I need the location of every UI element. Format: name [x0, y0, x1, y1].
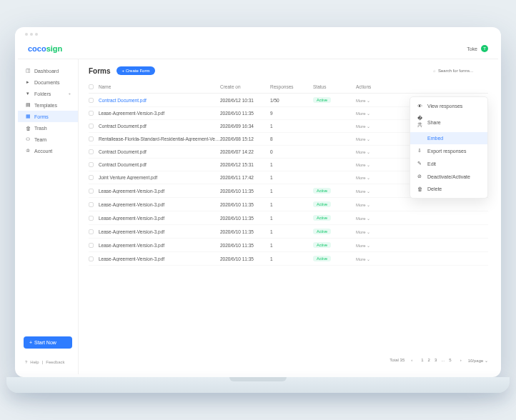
more-actions-button[interactable]: More ⌄ — [356, 202, 384, 207]
more-actions-button[interactable]: More ⌄ — [356, 243, 384, 248]
created-date: 2020/6/10 11:35 — [220, 229, 270, 234]
expand-icon[interactable]: + — [68, 91, 71, 96]
user-menu[interactable]: Toke T — [467, 45, 488, 52]
row-checkbox[interactable] — [89, 189, 94, 194]
dropdown-item-export-responses[interactable]: ⇩Export responses — [410, 144, 487, 157]
search-input[interactable] — [438, 69, 488, 73]
feedback-link[interactable]: Feedback — [46, 360, 64, 364]
browser-chrome — [18, 30, 498, 39]
created-date: 2020/6/09 16:34 — [220, 124, 270, 129]
created-date: 2020/6/10 11:35 — [220, 202, 270, 207]
form-name[interactable]: Lease-Agreement-Version-3.pdf — [99, 111, 220, 116]
form-name[interactable]: Lease-Agreement-Version-3.pdf — [99, 256, 220, 261]
next-page-button[interactable]: › — [458, 357, 464, 363]
dropdown-item-share[interactable]: �共Share — [410, 112, 487, 132]
row-checkbox[interactable] — [89, 256, 94, 261]
page-...[interactable]: ... — [439, 357, 447, 363]
more-actions-button[interactable]: More ⌄ — [356, 256, 384, 261]
table-row: Lease-Agreement-Version-3.pdf2020/6/10 1… — [89, 225, 488, 239]
more-actions-button[interactable]: More ⌄ — [356, 216, 384, 221]
sidebar-item-trash[interactable]: 🗑Trash — [18, 122, 78, 134]
prev-page-button[interactable]: ‹ — [409, 357, 415, 363]
sidebar-item-team[interactable]: ⚇Team — [18, 134, 78, 145]
created-date: 2020/6/10 11:35 — [220, 243, 270, 248]
more-actions-button[interactable]: More ⌄ — [356, 98, 384, 103]
dropdown-icon: ✎ — [417, 161, 423, 166]
row-checkbox[interactable] — [89, 149, 94, 154]
row-checkbox[interactable] — [89, 243, 94, 248]
created-date: 2020/6/12 10:31 — [220, 98, 270, 103]
row-checkbox[interactable] — [89, 136, 94, 141]
page-title: Forms — [89, 67, 111, 75]
more-actions-button[interactable]: More ⌄ — [356, 189, 384, 194]
form-name[interactable]: Contract Document.pdf — [99, 149, 220, 154]
response-count: 1 — [270, 175, 313, 180]
more-actions-button[interactable]: More ⌄ — [356, 162, 384, 167]
form-name[interactable]: Contract Document.pdf — [99, 124, 220, 129]
created-date: 2020/6/07 14:22 — [220, 149, 270, 154]
created-date: 2020/6/12 15:31 — [220, 162, 270, 167]
help-link[interactable]: Help — [30, 360, 39, 364]
form-name[interactable]: Contract Document.pdf — [99, 162, 220, 167]
start-now-button[interactable]: + Start Now — [24, 336, 72, 349]
sidebar-item-dashboard[interactable]: ◫Dashboard — [18, 65, 78, 76]
response-count: 0 — [270, 149, 313, 154]
sidebar-item-account[interactable]: ♔Account — [18, 145, 78, 156]
dropdown-icon: 🗑 — [417, 186, 423, 191]
dropdown-item-delete[interactable]: 🗑Delete — [410, 183, 487, 195]
row-checkbox[interactable] — [89, 175, 94, 180]
dropdown-item-view-responses[interactable]: 👁View responses — [410, 100, 487, 112]
select-all-checkbox[interactable] — [89, 84, 94, 89]
form-name[interactable]: Lease-Agreement-Version-3.pdf — [99, 216, 220, 221]
form-name[interactable]: Lease-Agreement-Version-3.pdf — [99, 229, 220, 234]
row-checkbox[interactable] — [89, 216, 94, 221]
nav-icon: ▤ — [25, 102, 31, 108]
search-box[interactable]: ⌕ — [433, 69, 488, 73]
page-3[interactable]: 3 — [432, 357, 439, 363]
row-checkbox[interactable] — [89, 98, 94, 103]
page-5[interactable]: 5 — [447, 357, 453, 363]
search-icon: ⌕ — [433, 69, 436, 73]
sidebar-item-folders[interactable]: ▾Folders+ — [18, 88, 78, 99]
more-actions-button[interactable]: More ⌄ — [356, 175, 384, 180]
row-checkbox[interactable] — [89, 124, 94, 129]
status-badge: Active — [313, 229, 331, 234]
form-name[interactable]: Contract Document.pdf — [99, 98, 220, 103]
sidebar-footer: ? Help | Feedback — [18, 356, 78, 369]
per-page-select[interactable]: 10/page ⌄ — [468, 358, 488, 363]
sidebar-item-templates[interactable]: ▤Templates — [18, 99, 78, 111]
form-name[interactable]: Lease-Agreement-Version-3.pdf — [99, 202, 220, 207]
dropdown-item-deactivate-activate[interactable]: ⊘Deactivate/Activate — [410, 170, 487, 183]
page-2[interactable]: 2 — [426, 357, 432, 363]
form-name[interactable]: Joint Venture Agreement.pdf — [99, 175, 220, 180]
more-actions-button[interactable]: More ⌄ — [356, 124, 384, 129]
status-cell: Active — [313, 215, 356, 221]
sidebar-item-forms[interactable]: ▦Forms — [18, 111, 78, 122]
status-badge: Active — [313, 215, 331, 221]
response-count: 1 — [270, 202, 313, 207]
more-actions-button[interactable]: More ⌄ — [356, 149, 384, 154]
form-name[interactable]: Rentallease-Florida-Standard-Residential… — [99, 136, 220, 141]
page-1[interactable]: 1 — [419, 357, 425, 363]
dropdown-item-embed[interactable]: Embed — [410, 132, 487, 144]
row-checkbox[interactable] — [89, 229, 94, 234]
row-checkbox[interactable] — [89, 202, 94, 207]
response-count: 1 — [270, 162, 313, 167]
row-checkbox[interactable] — [89, 162, 94, 167]
response-count: 1 — [270, 243, 313, 248]
create-form-button[interactable]: + Create Form — [116, 66, 156, 75]
response-count: 8 — [270, 136, 313, 141]
response-count: 1/50 — [270, 98, 313, 103]
form-name[interactable]: Lease-Agreement-Version-3.pdf — [99, 243, 220, 248]
sidebar-item-documents[interactable]: ▸Documents — [18, 76, 78, 88]
status-cell: Active — [313, 201, 356, 207]
response-count: 9 — [270, 111, 313, 116]
dropdown-item-edit[interactable]: ✎Edit — [410, 157, 487, 170]
more-actions-button[interactable]: More ⌄ — [356, 229, 384, 234]
form-name[interactable]: Lease-Agreement-Version-3.pdf — [99, 189, 220, 194]
more-actions-button[interactable]: More ⌄ — [356, 111, 384, 116]
more-actions-button[interactable]: More ⌄ — [356, 136, 384, 141]
table-row: Lease-Agreement-Version-3.pdf2020/6/10 1… — [89, 211, 488, 225]
row-checkbox[interactable] — [89, 111, 94, 116]
dropdown-icon: ⊘ — [417, 174, 423, 179]
